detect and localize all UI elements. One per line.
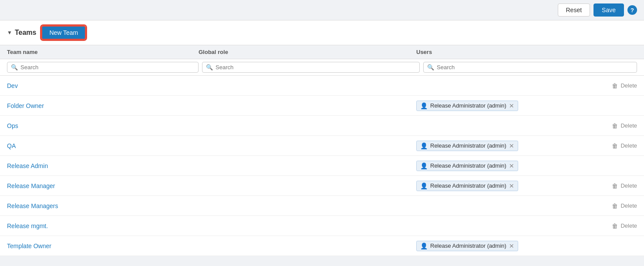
search-icon-users: 🔍 (427, 64, 434, 71)
team-name[interactable]: Release Managers (7, 202, 58, 209)
team-name[interactable]: Release Manager (7, 182, 55, 189)
col-header-global-role: Global role (199, 49, 416, 55)
trash-icon: 🗑 (612, 122, 618, 129)
users-cell: 👤Release Administrator (admin)✕ (416, 161, 637, 171)
new-team-button[interactable]: New Team (41, 26, 86, 40)
users-tags: 👤Release Administrator (admin)✕ (416, 141, 518, 151)
table-row: Release mgmt.🗑Delete (0, 216, 644, 236)
delete-button[interactable]: 🗑Delete (612, 142, 637, 149)
user-tag: 👤Release Administrator (admin)✕ (416, 141, 518, 151)
users-cell: 🗑Delete (416, 122, 637, 129)
delete-label: Delete (620, 222, 637, 229)
search-icon-role: 🔍 (206, 64, 213, 71)
users-search-input[interactable] (437, 64, 633, 71)
table-row: QA👤Release Administrator (admin)✕🗑Delete (0, 136, 644, 156)
reset-button[interactable]: Reset (558, 3, 590, 17)
team-name[interactable]: QA (7, 142, 16, 149)
users-cell: 👤Release Administrator (admin)✕🗑Delete (416, 141, 637, 151)
team-name-cell: Ops (7, 122, 199, 129)
delete-button[interactable]: 🗑Delete (612, 222, 637, 229)
user-tag-label: Release Administrator (admin) (430, 182, 506, 189)
users-search-wrap: 🔍 (423, 62, 637, 73)
users-cell: 🗑Delete (416, 222, 637, 229)
team-name-cell: QA (7, 142, 199, 149)
table-row: Dev🗑Delete (0, 76, 644, 96)
remove-user-tag-button[interactable]: ✕ (509, 243, 514, 249)
user-tag-label: Release Administrator (admin) (430, 142, 506, 149)
delete-button[interactable]: 🗑Delete (612, 82, 637, 89)
delete-label: Delete (620, 142, 637, 149)
user-tag-label: Release Administrator (admin) (430, 162, 506, 169)
top-bar: Reset Save ? (0, 0, 644, 20)
users-tags: 👤Release Administrator (admin)✕ (416, 161, 518, 171)
user-avatar-icon: 👤 (420, 162, 428, 169)
delete-label: Delete (620, 182, 637, 189)
users-cell: 👤Release Administrator (admin)✕ (416, 241, 637, 251)
user-avatar-icon: 👤 (420, 102, 428, 109)
team-name-cell: Template Owner (7, 242, 199, 249)
delete-button[interactable]: 🗑Delete (612, 122, 637, 129)
trash-icon: 🗑 (612, 182, 618, 189)
team-name[interactable]: Release mgmt. (7, 222, 48, 229)
table-row: Template Owner👤Release Administrator (ad… (0, 236, 644, 256)
remove-user-tag-button[interactable]: ✕ (509, 183, 514, 189)
save-button[interactable]: Save (593, 3, 624, 17)
remove-user-tag-button[interactable]: ✕ (509, 143, 514, 149)
team-name[interactable]: Ops (7, 122, 18, 129)
table-rows: Dev🗑DeleteFolder Owner👤Release Administr… (0, 76, 644, 256)
team-name-search-input[interactable] (20, 64, 195, 71)
table-row: Release Managers🗑Delete (0, 196, 644, 216)
team-name[interactable]: Dev (7, 82, 18, 89)
user-tag: 👤Release Administrator (admin)✕ (416, 181, 518, 191)
user-avatar-icon: 👤 (420, 142, 428, 149)
search-icon-team: 🔍 (11, 64, 18, 71)
users-cell: 🗑Delete (416, 82, 637, 89)
users-tags: 👤Release Administrator (admin)✕ (416, 101, 518, 111)
remove-user-tag-button[interactable]: ✕ (509, 103, 514, 109)
team-name[interactable]: Template Owner (7, 242, 51, 249)
delete-label: Delete (620, 202, 637, 209)
delete-label: Delete (620, 122, 637, 129)
remove-user-tag-button[interactable]: ✕ (509, 163, 514, 169)
users-cell: 👤Release Administrator (admin)✕ (416, 101, 637, 111)
team-name-cell: Release Managers (7, 202, 199, 209)
table-row: Ops🗑Delete (0, 116, 644, 136)
team-name-search-wrap: 🔍 (7, 62, 199, 73)
delete-button[interactable]: 🗑Delete (612, 202, 637, 209)
users-tags: 👤Release Administrator (admin)✕ (416, 181, 518, 191)
user-tag: 👤Release Administrator (admin)✕ (416, 161, 518, 171)
section-title: ▼ Teams (7, 29, 36, 37)
team-name[interactable]: Release Admin (7, 162, 48, 169)
user-tag-label: Release Administrator (admin) (430, 242, 506, 249)
trash-icon: 🗑 (612, 222, 618, 229)
delete-label: Delete (620, 82, 637, 89)
global-role-search-input[interactable] (216, 64, 416, 71)
team-name[interactable]: Folder Owner (7, 102, 44, 109)
section-header: ▼ Teams New Team (0, 20, 644, 45)
trash-icon: 🗑 (612, 202, 618, 209)
team-name-cell: Dev (7, 82, 199, 89)
search-row: 🔍 🔍 🔍 (0, 59, 644, 76)
delete-button[interactable]: 🗑Delete (612, 182, 637, 189)
global-role-search-wrap: 🔍 (202, 62, 420, 73)
users-cell: 🗑Delete (416, 202, 637, 209)
teams-table: Team name Global role Users 🔍 🔍 🔍 Dev🗑De… (0, 45, 644, 256)
table-row: Release Admin👤Release Administrator (adm… (0, 156, 644, 176)
table-header: Team name Global role Users (0, 45, 644, 59)
chevron-down-icon: ▼ (7, 30, 12, 36)
team-name-cell: Release Manager (7, 182, 199, 189)
users-tags: 👤Release Administrator (admin)✕ (416, 241, 518, 251)
table-row: Release Manager👤Release Administrator (a… (0, 176, 644, 196)
user-avatar-icon: 👤 (420, 242, 428, 249)
user-tag-label: Release Administrator (admin) (430, 102, 506, 109)
col-header-users: Users (416, 49, 637, 55)
help-icon[interactable]: ? (627, 5, 637, 15)
users-cell: 👤Release Administrator (admin)✕🗑Delete (416, 181, 637, 191)
trash-icon: 🗑 (612, 142, 618, 149)
col-header-team-name: Team name (7, 49, 199, 55)
user-tag: 👤Release Administrator (admin)✕ (416, 101, 518, 111)
user-avatar-icon: 👤 (420, 182, 428, 189)
team-name-cell: Folder Owner (7, 102, 199, 109)
team-name-cell: Release Admin (7, 162, 199, 169)
team-name-cell: Release mgmt. (7, 222, 199, 229)
